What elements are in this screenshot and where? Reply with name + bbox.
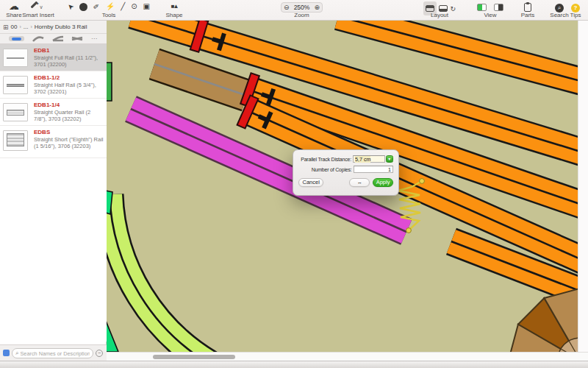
horizontal-scrollbar[interactable]	[107, 352, 588, 361]
part-thumbnail	[3, 130, 28, 151]
parts-button[interactable]: Parts	[517, 0, 538, 21]
breadcrumb-ellipsis[interactable]: ...	[24, 24, 29, 30]
part-description: Straight Half Rail (5 3/4"), 3702 (32201…	[34, 82, 104, 95]
part-thumbnail	[3, 49, 28, 67]
panel-toggle-icon[interactable]	[3, 350, 10, 356]
main-toolbar: ☁↑ Share ✦∨ Smart Insert ➤ ✕ ✏ ⚡ ╱ ⊙ ▣ T…	[0, 0, 588, 21]
turnout-track-icon[interactable]	[52, 35, 64, 42]
shape-label: Shape	[161, 12, 187, 18]
tips-label: Tips	[565, 12, 586, 18]
straight-track-icon	[12, 38, 21, 40]
track-planner-window: ☁↑ Share ✦∨ Smart Insert ➤ ✕ ✏ ⚡ ╱ ⊙ ▣ T…	[0, 0, 588, 368]
crossing-track-icon[interactable]	[71, 35, 83, 42]
swap-side-button[interactable]: ↔	[349, 178, 370, 187]
distance-input[interactable]: 5,7 cm	[353, 155, 385, 163]
siding-green-rect[interactable]	[107, 63, 112, 101]
distance-label: Parallel Track Distance:	[298, 157, 351, 162]
library-icon: ⊞	[3, 24, 9, 31]
parts-search-input[interactable]: ⌕ Search Names or Descriptions	[12, 348, 93, 358]
cancel-button[interactable]: Cancel	[298, 178, 323, 187]
list-item[interactable]: EDB1 Straight Full Rail (11 1/2"), 3701 …	[0, 44, 107, 71]
clipboard-icon	[524, 3, 531, 12]
copies-label: Number of Copies:	[298, 167, 352, 172]
part-code: EDB1-1/2	[34, 74, 104, 81]
zoom-label: Zoom	[281, 12, 323, 18]
unit-dropdown-button[interactable]: ▾	[386, 155, 393, 163]
apply-button[interactable]: Apply	[373, 178, 393, 187]
parallel-track-dialog: Parallel Track Distance: 5,7 cm ▾ Number…	[293, 149, 399, 196]
share-cloud-icon: ☁↑	[9, 1, 19, 12]
window-footer	[0, 361, 588, 368]
part-thumbnail	[3, 76, 28, 94]
train-tool-icon[interactable]: ▣	[143, 2, 150, 11]
brush-tool-icon[interactable]: ✏	[91, 1, 101, 13]
pointer-tool-icon[interactable]: ➤	[65, 1, 76, 12]
shape-button[interactable]: ■▲ Shape	[161, 0, 187, 21]
flash-tool-icon[interactable]: ⚡	[106, 2, 115, 11]
window-botbar-icon	[439, 5, 448, 12]
magnifier-icon: ⌕	[15, 350, 18, 356]
tips-button[interactable]: ? Tips	[565, 0, 586, 21]
breadcrumb-current[interactable]: Hornby Dublo 3 Rail	[35, 24, 87, 30]
smart-insert-label: Smart Insert	[21, 12, 56, 18]
horizontal-scrollbar-thumb[interactable]	[153, 355, 235, 359]
view-label: View	[472, 12, 509, 18]
sparkle-icon: ✦	[35, 1, 39, 6]
eye-tool-icon[interactable]: ⊙	[131, 2, 137, 11]
inspector-toggle-icon[interactable]	[494, 4, 503, 11]
list-item[interactable]: EDB1-1/2 Straight Half Rail (5 3/4"), 37…	[0, 71, 107, 99]
part-code: EDBS	[34, 129, 104, 135]
filter-straight-button[interactable]	[9, 36, 24, 41]
chevron-down-icon: ∨	[39, 4, 43, 10]
parts-sidebar: ⊞ 00 › ... › Hornby Dublo 3 Rail ⋯ EDB1 …	[0, 21, 107, 361]
list-item[interactable]: EDBS Straight Short ("Eighth") Rail (1 5…	[0, 126, 107, 158]
window-topbar-icon	[426, 5, 434, 12]
breadcrumb-separator: ›	[30, 24, 32, 29]
parts-list: EDB1 Straight Full Rail (11 1/2"), 3701 …	[0, 44, 107, 342]
part-code: EDB1-1/4	[34, 102, 104, 108]
parts-search-placeholder: Search Names or Descriptions	[20, 350, 90, 357]
delete-tool-icon[interactable]: ✕	[79, 3, 87, 11]
line-tool-icon[interactable]: ╱	[121, 2, 125, 11]
curve-track-icon[interactable]	[32, 35, 44, 42]
track-type-filter: ⋯	[0, 34, 107, 44]
sidebar-toggle-icon[interactable]	[477, 4, 487, 11]
remove-filter-icon[interactable]: −	[96, 350, 103, 357]
spring-endpoint[interactable]	[406, 228, 412, 233]
shape-grid-icon: ■▲	[161, 1, 187, 12]
layout-label: Layout	[416, 12, 463, 18]
part-description: Straight Quarter Rail (2 7/8"), 3703 (32…	[34, 110, 104, 122]
breadcrumb[interactable]: ⊞ 00 › ... › Hornby Dublo 3 Rail	[0, 21, 107, 34]
smart-insert-button[interactable]: ✦∨ Smart Insert	[21, 0, 56, 21]
more-filters-button[interactable]: ⋯	[91, 35, 98, 42]
breadcrumb-root[interactable]: 00	[11, 24, 18, 30]
sidebar-bottom-bar: ⌕ Search Names or Descriptions −	[0, 344, 107, 361]
vertical-scrollbar[interactable]	[578, 21, 588, 352]
part-thumbnail	[3, 103, 28, 121]
copies-input[interactable]: 1	[354, 166, 393, 173]
parts-label: Parts	[517, 12, 538, 18]
part-code: EDB1	[34, 47, 104, 54]
breadcrumb-separator: ›	[19, 24, 21, 29]
part-description: Straight Short ("Eighth") Rail (1 5/16")…	[34, 137, 104, 149]
spring-endpoint[interactable]	[420, 179, 425, 184]
part-description: Straight Full Rail (11 1/2"), 3701 (3220…	[34, 55, 104, 68]
tools-label: Tools	[68, 12, 150, 18]
list-item[interactable]: EDB1-1/4 Straight Quarter Rail (2 7/8"),…	[0, 99, 107, 126]
